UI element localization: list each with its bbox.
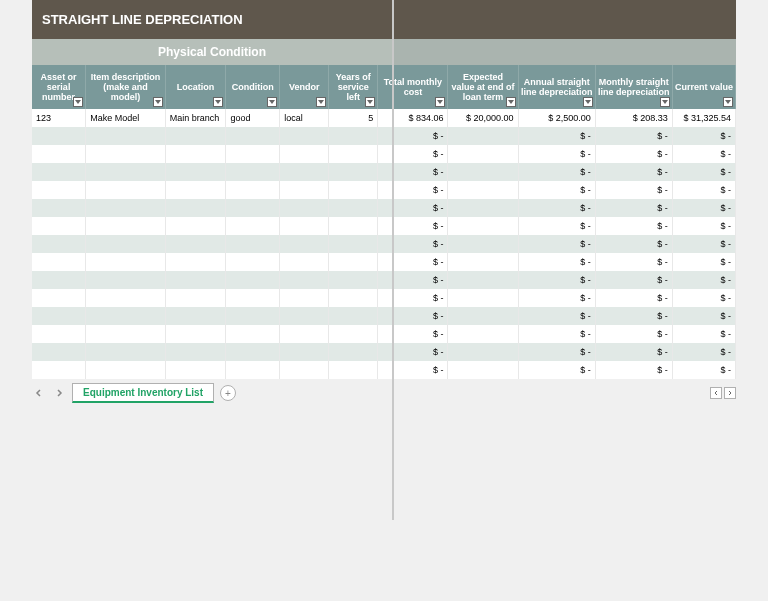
- cell[interactable]: [226, 361, 280, 379]
- cell[interactable]: [86, 235, 165, 253]
- cell[interactable]: [448, 145, 518, 163]
- cell[interactable]: [448, 289, 518, 307]
- cell[interactable]: $ -: [672, 307, 735, 325]
- filter-dropdown-icon[interactable]: [316, 97, 326, 107]
- table-row[interactable]: $ -$ -$ -$ -: [32, 253, 736, 271]
- cell[interactable]: [448, 307, 518, 325]
- table-row[interactable]: $ -$ -$ -$ -: [32, 343, 736, 361]
- cell[interactable]: [86, 217, 165, 235]
- cell[interactable]: [448, 127, 518, 145]
- cell[interactable]: [165, 361, 226, 379]
- cell[interactable]: [280, 163, 329, 181]
- table-row[interactable]: $ -$ -$ -$ -: [32, 145, 736, 163]
- cell[interactable]: $ -: [518, 127, 595, 145]
- cell[interactable]: $ -: [595, 253, 672, 271]
- cell[interactable]: $ -: [518, 307, 595, 325]
- cell[interactable]: [86, 325, 165, 343]
- cell[interactable]: [86, 163, 165, 181]
- cell[interactable]: $ -: [595, 181, 672, 199]
- cell[interactable]: $ -: [518, 217, 595, 235]
- cell[interactable]: [448, 271, 518, 289]
- cell[interactable]: $ -: [518, 253, 595, 271]
- cell[interactable]: [226, 181, 280, 199]
- cell[interactable]: [329, 289, 378, 307]
- cell[interactable]: [329, 343, 378, 361]
- filter-dropdown-icon[interactable]: [153, 97, 163, 107]
- cell[interactable]: $ -: [595, 343, 672, 361]
- cell[interactable]: $ -: [518, 343, 595, 361]
- cell[interactable]: $ -: [518, 181, 595, 199]
- filter-dropdown-icon[interactable]: [723, 97, 733, 107]
- cell[interactable]: [165, 163, 226, 181]
- cell[interactable]: [226, 343, 280, 361]
- cell[interactable]: [86, 307, 165, 325]
- cell[interactable]: [32, 163, 86, 181]
- cell[interactable]: [86, 289, 165, 307]
- cell[interactable]: [165, 181, 226, 199]
- cell[interactable]: [448, 325, 518, 343]
- column-header[interactable]: Current value: [672, 65, 735, 109]
- cell[interactable]: [226, 289, 280, 307]
- cell[interactable]: $ -: [518, 289, 595, 307]
- cell[interactable]: $ -: [378, 307, 448, 325]
- cell[interactable]: [329, 271, 378, 289]
- cell[interactable]: [86, 127, 165, 145]
- cell[interactable]: [226, 307, 280, 325]
- cell[interactable]: [448, 199, 518, 217]
- cell[interactable]: $ 31,325.54: [672, 109, 735, 127]
- cell[interactable]: [165, 199, 226, 217]
- column-header[interactable]: Vendor: [280, 65, 329, 109]
- cell[interactable]: [280, 127, 329, 145]
- cell[interactable]: [226, 217, 280, 235]
- cell[interactable]: good: [226, 109, 280, 127]
- cell[interactable]: [280, 253, 329, 271]
- cell[interactable]: local: [280, 109, 329, 127]
- filter-dropdown-icon[interactable]: [73, 97, 83, 107]
- cell[interactable]: $ -: [595, 127, 672, 145]
- cell[interactable]: [280, 271, 329, 289]
- cell[interactable]: [329, 199, 378, 217]
- cell[interactable]: $ -: [672, 181, 735, 199]
- cell[interactable]: [32, 217, 86, 235]
- column-header[interactable]: Years of service left: [329, 65, 378, 109]
- cell[interactable]: $ -: [518, 163, 595, 181]
- cell[interactable]: $ -: [595, 235, 672, 253]
- cell[interactable]: $ -: [672, 361, 735, 379]
- table-row[interactable]: $ -$ -$ -$ -: [32, 289, 736, 307]
- cell[interactable]: $ -: [672, 145, 735, 163]
- table-row[interactable]: $ -$ -$ -$ -: [32, 199, 736, 217]
- cell[interactable]: $ -: [672, 271, 735, 289]
- column-header[interactable]: Monthly straight line depreciation: [595, 65, 672, 109]
- filter-dropdown-icon[interactable]: [365, 97, 375, 107]
- cell[interactable]: [165, 253, 226, 271]
- cell[interactable]: $ -: [672, 127, 735, 145]
- cell[interactable]: $ -: [672, 163, 735, 181]
- cell[interactable]: [32, 127, 86, 145]
- tab-nav-next[interactable]: [52, 386, 66, 400]
- cell[interactable]: [329, 361, 378, 379]
- cell[interactable]: [226, 163, 280, 181]
- cell[interactable]: [448, 253, 518, 271]
- cell[interactable]: Make Model: [86, 109, 165, 127]
- column-header[interactable]: Expected value at end of loan term: [448, 65, 518, 109]
- table-row[interactable]: $ -$ -$ -$ -: [32, 307, 736, 325]
- cell[interactable]: [280, 199, 329, 217]
- cell[interactable]: [86, 199, 165, 217]
- cell[interactable]: $ -: [378, 235, 448, 253]
- column-header[interactable]: Total monthly cost: [378, 65, 448, 109]
- cell[interactable]: [226, 235, 280, 253]
- cell[interactable]: [448, 343, 518, 361]
- tab-nav-prev[interactable]: [32, 386, 46, 400]
- cell[interactable]: $ -: [595, 361, 672, 379]
- cell[interactable]: [165, 307, 226, 325]
- table-row[interactable]: $ -$ -$ -$ -: [32, 181, 736, 199]
- cell[interactable]: [32, 343, 86, 361]
- cell[interactable]: [32, 289, 86, 307]
- cell[interactable]: [329, 217, 378, 235]
- cell[interactable]: Main branch: [165, 109, 226, 127]
- cell[interactable]: [32, 199, 86, 217]
- column-header[interactable]: Annual straight line depreciation: [518, 65, 595, 109]
- cell[interactable]: $ -: [672, 199, 735, 217]
- filter-dropdown-icon[interactable]: [583, 97, 593, 107]
- column-header[interactable]: Condition: [226, 65, 280, 109]
